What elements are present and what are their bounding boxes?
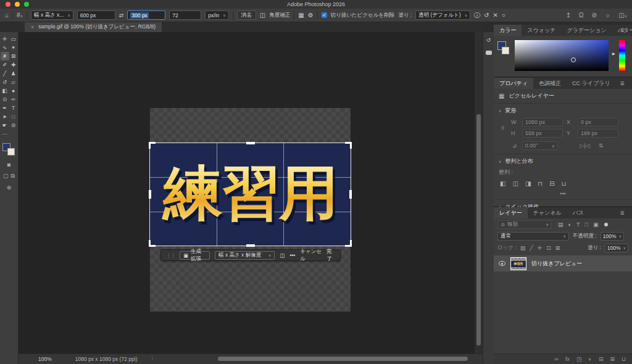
move-tool[interactable]: ✛ (1, 35, 9, 43)
pen-tool[interactable]: ✒ (1, 104, 9, 112)
done-crop-button[interactable]: 完了 (326, 248, 335, 263)
type-tool[interactable]: T (9, 104, 18, 112)
commit-crop-icon[interactable]: ○ (502, 12, 505, 19)
filter-smartobject-icon[interactable]: ▣ (593, 221, 599, 228)
x-field[interactable]: 0 px (578, 118, 618, 126)
angle-field[interactable]: 0.00°∨ (522, 141, 558, 150)
crop-handle-top[interactable] (246, 142, 255, 144)
ratio-preset-dropdown[interactable]: 幅 x 高さ x...∨ (31, 10, 73, 20)
crop-handle-right[interactable] (349, 190, 352, 199)
eyedropper-tool[interactable]: ✐ (1, 60, 9, 69)
align-right-icon[interactable]: ◨ (525, 180, 531, 187)
home-icon[interactable]: ⌂ (5, 12, 9, 19)
quick-mask-icon[interactable]: ◙ (7, 162, 10, 168)
comments-panel-icon[interactable] (486, 51, 492, 55)
align-more-icon[interactable]: ••• (494, 189, 632, 199)
layer-effects-icon[interactable]: fx (565, 356, 570, 362)
document-canvas[interactable]: 練習用 (150, 108, 351, 312)
align-top-icon[interactable]: ⊓ (538, 180, 543, 187)
straighten-label[interactable]: 角度補正 (269, 12, 290, 19)
screen-mode-icon[interactable]: ▢ (3, 173, 9, 180)
transform-section-header[interactable]: ∨ 変形 (494, 104, 632, 117)
filter-adjustment-icon[interactable]: ◐ (568, 221, 572, 228)
generative-expand-button[interactable]: ▣生成拡張 (180, 251, 210, 260)
notifications-bell-icon[interactable]: Ω (579, 12, 583, 19)
edit-in-icon[interactable]: ⊛ (7, 184, 12, 191)
smudge-tool[interactable]: ✑ (9, 95, 18, 104)
crop-handle-top-left[interactable] (149, 142, 156, 149)
link-dimensions-icon[interactable]: ∞ (500, 123, 506, 132)
hand-tool[interactable]: ☛ (1, 121, 9, 130)
hue-slider[interactable] (619, 40, 625, 71)
vertical-scrollbar-track[interactable] (475, 32, 483, 354)
history-brush-tool[interactable]: ↺ (1, 78, 9, 86)
flip-vertical-icon[interactable]: ⇅ (599, 143, 604, 149)
straighten-icon[interactable]: ◫ (260, 12, 265, 19)
layer-row[interactable]: 練習用 切り抜きプレビュー (494, 255, 632, 271)
marquee-tool[interactable]: ▭ (9, 35, 18, 43)
crop-handle-bottom[interactable] (246, 244, 255, 247)
resolution-unit-dropdown[interactable]: px/in∨ (205, 10, 228, 20)
healing-brush-tool[interactable]: ✚ (9, 60, 18, 69)
layer-thumbnail[interactable]: 練習用 (510, 257, 526, 270)
overlay-grid-icon[interactable]: ▦ (298, 12, 304, 19)
align-bottom-icon[interactable]: ⊔ (562, 180, 567, 187)
layer-visibility-eye-icon[interactable] (499, 261, 505, 266)
lock-paint-icon[interactable]: ╱ (530, 245, 533, 251)
lasso-tool[interactable]: ∿ (1, 43, 9, 52)
crop-height-input[interactable]: 300 px (127, 10, 165, 20)
object-selection-tool[interactable]: ✶ (9, 43, 18, 52)
cancel-crop-icon[interactable]: ✕ (493, 12, 497, 19)
new-layer-icon[interactable]: ⊞ (610, 356, 615, 362)
screen-mode-full-icon[interactable]: ⧉ (11, 173, 15, 180)
fill-dropdown[interactable]: 100%∨ (605, 244, 628, 252)
frame-tool[interactable]: ⊠ (9, 52, 18, 60)
delete-layer-icon[interactable]: ⊔ (622, 356, 626, 362)
drag-handle-icon[interactable]: ⋮⋮ (166, 252, 175, 259)
color-cursor[interactable] (571, 57, 576, 62)
delete-cropped-pixels-label[interactable]: 切り抜いたピクセルを削除 (331, 12, 395, 19)
info-icon[interactable]: ⓘ (474, 11, 480, 20)
clone-stamp-tool[interactable]: ♟ (9, 69, 18, 78)
panel-menu-icon[interactable]: ≣ (620, 210, 625, 216)
zoom-level[interactable]: 100% (38, 356, 52, 362)
gradient-tool[interactable]: ◧ (1, 86, 9, 95)
y-field[interactable]: 189 px (578, 129, 618, 138)
cancel-crop-button[interactable]: キャンセル (300, 248, 322, 263)
crop-settings-gear-icon[interactable]: ⚙ (308, 12, 314, 19)
delete-cropped-pixels-checkbox[interactable]: ✓ (322, 12, 327, 18)
brush-tool[interactable]: ╱ (1, 69, 9, 78)
zoom-tool[interactable]: ⊘ (9, 121, 18, 130)
more-options-icon[interactable]: ••• (289, 252, 295, 259)
resolution-input[interactable]: 72 (169, 10, 201, 20)
canvas-area[interactable]: 練習用 ⋮⋮ ▣生成拡張 幅 x 高さ x 解像度∨ ◫ ••• キャンセル 完… (19, 32, 483, 354)
flip-horizontal-icon[interactable]: ▷|◁ (580, 143, 590, 149)
crop-handle-bottom-left[interactable] (149, 240, 156, 247)
align-left-icon[interactable]: ◧ (500, 180, 505, 187)
lock-all-icon[interactable]: ⊠ (555, 245, 560, 251)
crop-preset-dropdown[interactable]: 幅 x 高さ x 解像度∨ (215, 251, 275, 260)
layer-group-icon[interactable]: ⊟ (599, 356, 604, 362)
crop-width-input[interactable]: 600 px (77, 10, 115, 20)
align-center-h-icon[interactable]: ◫ (512, 180, 518, 187)
reset-crop-icon[interactable]: ↺ (484, 12, 489, 19)
edit-toolbar[interactable]: ⋯ (1, 130, 9, 138)
layer-filter-search[interactable]: ⊘ 種類 ∨ (497, 220, 552, 229)
share-icon[interactable]: ↥ (566, 12, 571, 19)
crop-tool-preset-icon[interactable]: #∨ (17, 12, 23, 19)
saturation-brightness-field[interactable] (515, 40, 609, 71)
shape-tool[interactable]: □ (9, 112, 18, 121)
crop-handle-left[interactable] (149, 190, 151, 199)
vertical-scrollbar-thumb[interactable] (476, 114, 481, 345)
filter-pixel-icon[interactable]: ▤ (558, 221, 563, 228)
dodge-tool[interactable]: ⊙ (1, 95, 9, 104)
discover-icon[interactable]: ☼ (605, 12, 610, 19)
history-panel-icon[interactable]: ↺ (486, 37, 491, 43)
align-middle-v-icon[interactable]: ⊟ (549, 180, 554, 187)
filter-type-icon[interactable]: T (576, 221, 580, 228)
adjustment-layer-icon[interactable]: ◐ (588, 356, 591, 362)
crop-handle-top-right[interactable] (345, 142, 352, 149)
background-color-swatch[interactable] (7, 148, 15, 155)
lock-position-icon[interactable]: ✛ (538, 245, 543, 251)
horizontal-scrollbar-thumb[interactable] (218, 357, 468, 361)
